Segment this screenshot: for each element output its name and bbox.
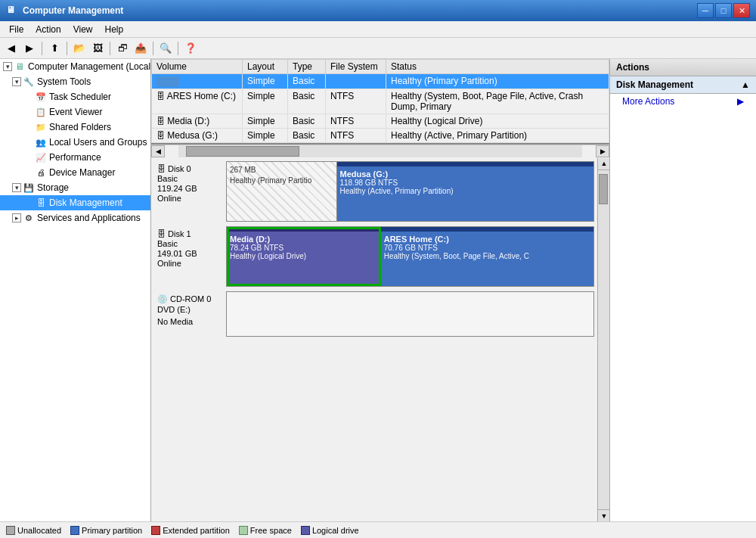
vscroll-track[interactable] bbox=[598, 170, 609, 509]
right-panel: Volume Layout Type File System Status Si… bbox=[151, 59, 609, 521]
forward-button[interactable]: ▶ bbox=[21, 40, 38, 57]
tree-device-manager[interactable]: 🖨 Device Manager bbox=[0, 165, 150, 180]
tree-panel: ▾ 🖥 Computer Management (Local ▾ 🔧 Syste… bbox=[0, 59, 151, 521]
legend-free-color bbox=[239, 526, 248, 535]
disk-row-0: 🗄 Disk 0 Basic 119.24 GB Online 267 MBHe… bbox=[154, 161, 594, 222]
table-row[interactable]: 🗄 Media (D:) Simple Basic NTFS Healthy (… bbox=[152, 114, 609, 128]
disk-0-type: Basic bbox=[157, 174, 223, 183]
shared-folders-icon: 📁 bbox=[35, 121, 47, 133]
menu-view[interactable]: View bbox=[67, 23, 99, 36]
title-bar: 🖥 Computer Management ─ □ ✕ bbox=[0, 0, 756, 21]
legend-extended: Extended partition bbox=[151, 526, 230, 535]
search-button[interactable]: 🔍 bbox=[157, 40, 174, 57]
tree-shared-folders[interactable]: 📁 Shared Folders bbox=[0, 120, 150, 135]
disk-cdrom-status: No Media bbox=[157, 317, 223, 326]
disk-0-name: 🗄 Disk 0 bbox=[157, 164, 223, 173]
cell-volume: 🗄 Medusa (G:) bbox=[152, 128, 243, 142]
legend-primary: Primary partition bbox=[70, 526, 142, 535]
tree-root[interactable]: ▾ 🖥 Computer Management (Local bbox=[0, 59, 150, 74]
cell-fs bbox=[326, 74, 386, 89]
actions-more-actions[interactable]: More Actions ▶ bbox=[610, 94, 756, 109]
table-row[interactable]: Simple Basic Healthy (Primary Partition) bbox=[152, 74, 609, 89]
cell-layout: Simple bbox=[243, 89, 288, 114]
legend-logical: Logical drive bbox=[301, 526, 359, 535]
task-scheduler-icon: 📅 bbox=[35, 91, 47, 103]
toolbar-sep-3 bbox=[110, 42, 110, 55]
hscroll-left-btn[interactable]: ◀ bbox=[151, 145, 165, 157]
vscroll-down-btn[interactable]: ▼ bbox=[598, 509, 609, 521]
legend-unallocated-label: Unallocated bbox=[17, 526, 61, 535]
disk-row-1: 🗄 Disk 1 Basic 149.01 GB Online Media (D… bbox=[154, 226, 594, 287]
disk-1-part-0-size: 78.24 GB NTFS bbox=[230, 244, 377, 252]
cell-layout: Simple bbox=[243, 128, 288, 142]
tree-services[interactable]: ▸ ⚙ Services and Applications bbox=[0, 210, 150, 225]
hscroll-right-btn[interactable]: ▶ bbox=[596, 145, 609, 157]
disk-management-icon: 🗄 bbox=[35, 197, 47, 209]
menu-file[interactable]: File bbox=[3, 23, 29, 36]
actions-panel: Actions Disk Management ▲ More Actions ▶ bbox=[609, 59, 756, 521]
tree-storage-label: Storage bbox=[37, 182, 69, 193]
tree-root-expand[interactable]: ▾ bbox=[3, 62, 12, 71]
disk-0-status: Online bbox=[157, 194, 223, 203]
up-button[interactable]: ⬆ bbox=[46, 40, 63, 57]
title-bar-icon: 🖥 bbox=[6, 5, 18, 17]
tree-event-viewer[interactable]: 📋 Event Viewer bbox=[0, 104, 150, 120]
menu-help[interactable]: Help bbox=[99, 23, 130, 36]
hscroll-thumb[interactable] bbox=[186, 146, 299, 157]
tree-root-label: Computer Management (Local bbox=[28, 61, 150, 72]
tree-disk-management[interactable]: 🗄 Disk Management bbox=[0, 195, 150, 210]
show-hide-tree-button[interactable]: 📂 bbox=[71, 40, 88, 57]
disk-row-cdrom: 💿 CD-ROM 0 DVD (E:) No Media bbox=[154, 291, 594, 337]
toolbar-sep-4 bbox=[153, 42, 153, 55]
tree-task-scheduler[interactable]: 📅 Task Scheduler bbox=[0, 89, 150, 104]
export-button[interactable]: 📤 bbox=[132, 40, 149, 57]
tree-storage[interactable]: ▾ 💾 Storage bbox=[0, 180, 150, 195]
table-row[interactable]: 🗄 ARES Home (C:) Simple Basic NTFS Healt… bbox=[152, 89, 609, 114]
restore-button[interactable]: □ bbox=[715, 3, 732, 18]
disk-1-part-0[interactable]: Media (D:) 78.24 GB NTFS Healthy (Logica… bbox=[227, 227, 381, 286]
col-status: Status bbox=[386, 60, 609, 74]
tree-storage-expand[interactable]: ▾ bbox=[12, 183, 21, 192]
back-button[interactable]: ◀ bbox=[3, 40, 20, 57]
local-users-icon: 👥 bbox=[35, 136, 47, 148]
services-icon: ⚙ bbox=[23, 212, 35, 224]
disk-cdrom-name: 💿 CD-ROM 0 bbox=[157, 294, 223, 304]
tree-services-expand[interactable]: ▸ bbox=[12, 213, 21, 222]
tree-system-tools-expand[interactable]: ▾ bbox=[12, 77, 21, 86]
disk-0-part-0[interactable]: 267 MBHealthy (Primary Partitio bbox=[227, 162, 337, 221]
disk-1-size: 149.01 GB bbox=[157, 249, 223, 258]
col-layout: Layout bbox=[243, 60, 288, 74]
cell-status: Healthy (Logical Drive) bbox=[386, 114, 609, 128]
disk-1-status: Online bbox=[157, 259, 223, 268]
table-hscrollbar[interactable]: ◀ ▶ bbox=[151, 145, 609, 158]
disk-vscrollbar[interactable]: ▲ ▼ bbox=[597, 158, 609, 521]
tree-local-users[interactable]: 👥 Local Users and Groups bbox=[0, 135, 150, 150]
cell-fs: NTFS bbox=[326, 89, 386, 114]
toolbar-sep-5 bbox=[178, 42, 178, 55]
help-button[interactable]: ❓ bbox=[182, 40, 199, 57]
new-window-button[interactable]: 🗗 bbox=[114, 40, 131, 57]
disk-1-part-0-status: Healthy (Logical Drive) bbox=[230, 252, 377, 260]
tree-system-tools[interactable]: ▾ 🔧 System Tools bbox=[0, 74, 150, 89]
vscroll-thumb[interactable] bbox=[599, 174, 608, 204]
table-row[interactable]: 🗄 Medusa (G:) Simple Basic NTFS Healthy … bbox=[152, 128, 609, 142]
vscroll-up-btn[interactable]: ▲ bbox=[598, 158, 609, 170]
legend-unallocated: Unallocated bbox=[6, 526, 61, 535]
disk-0-part-1[interactable]: Medusa (G:) 118.98 GB NTFS Healthy (Acti… bbox=[337, 162, 594, 221]
cell-layout: Simple bbox=[243, 74, 288, 89]
show-console-button[interactable]: 🖼 bbox=[89, 40, 106, 57]
actions-more-actions-arrow: ▶ bbox=[737, 96, 744, 107]
minimize-button[interactable]: ─ bbox=[697, 3, 714, 18]
legend-free-label: Free space bbox=[250, 526, 292, 535]
actions-more-actions-label: More Actions bbox=[622, 96, 674, 107]
legend-logical-label: Logical drive bbox=[312, 526, 359, 535]
col-volume: Volume bbox=[152, 60, 243, 74]
close-button[interactable]: ✕ bbox=[733, 3, 750, 18]
legend-free: Free space bbox=[239, 526, 292, 535]
cell-type: Basic bbox=[288, 89, 326, 114]
actions-disk-management-section[interactable]: Disk Management ▲ bbox=[610, 76, 756, 94]
disk-1-part-1[interactable]: ARES Home (C:) 70.76 GB NTFS Healthy (Sy… bbox=[381, 227, 593, 286]
hscroll-track[interactable] bbox=[178, 145, 582, 157]
tree-performance[interactable]: 📈 Performance bbox=[0, 150, 150, 165]
menu-action[interactable]: Action bbox=[29, 23, 67, 36]
